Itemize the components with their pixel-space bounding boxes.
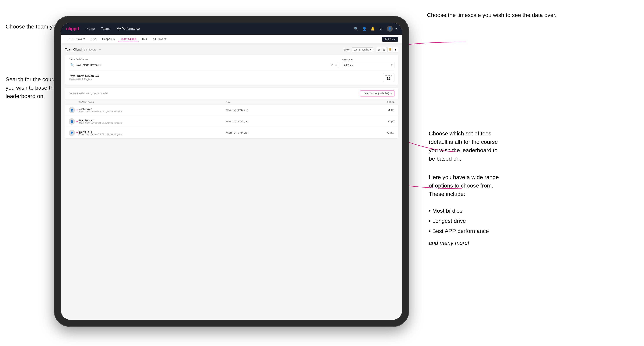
show-filter: Show: Last 3 months ▾ (343, 47, 373, 52)
col-rank (68, 101, 79, 103)
option-birdies: Most birdies (429, 206, 499, 215)
subnav-pga[interactable]: PGA (88, 36, 99, 42)
leaderboard-section: Course Leaderboard, Last 3 months Lowest… (65, 88, 398, 138)
nav-icons: 🔍 👤 🔔 ⊕ 👤 ▾ (353, 26, 397, 32)
annotation-tees: Choose which set of tees(default is all)… (429, 129, 498, 163)
col-player: PLAYER NAME (79, 101, 226, 103)
top-nav: clippd Home Teams My Performance 🔍 👤 🔔 ⊕… (61, 23, 402, 35)
heart-icon[interactable]: ♥ (76, 131, 78, 134)
heart-icon[interactable]: ♥ (76, 120, 78, 123)
annotation-timescale: Choose the timescale you wish to see the… (427, 11, 556, 19)
subnav-all-players[interactable]: All Players (150, 36, 168, 42)
score-value: 72 (E) (374, 120, 394, 123)
player-club: Royal North Devon Golf Club, United King… (79, 110, 226, 113)
chevron-down-icon: ▾ (370, 48, 371, 51)
annotation-search: Search for the courseyou wish to base th… (6, 75, 59, 100)
leaderboard-period: Last 3 months (92, 92, 108, 95)
annotation-options: Here you have a wide rangeof options to … (429, 173, 499, 247)
score-type-dropdown[interactable]: Lowest Score (18 holes) ▾ (360, 91, 394, 96)
nav-links: Home Teams My Performance (85, 26, 349, 31)
avatar: 👤 (68, 118, 75, 125)
list-view-icon[interactable]: ☰ (382, 47, 387, 52)
course-name: Royal North Devon GC (68, 74, 99, 78)
heart-icon[interactable]: ♥ (76, 109, 78, 112)
ipad-device: clippd Home Teams My Performance 🔍 👤 🔔 ⊕… (54, 16, 409, 327)
nav-my-performance[interactable]: My Performance (115, 26, 141, 31)
avatar: 👤 (68, 107, 75, 113)
subnav-team-clippd[interactable]: Team Clippd (118, 36, 138, 42)
player-rank: 👤 ♥ 1 (68, 118, 79, 125)
player-details: David Ford Royal North Devon Golf Club, … (79, 130, 226, 136)
option-app: Best APP performance (429, 227, 499, 235)
star-icon[interactable]: ☆ (335, 63, 337, 67)
select-tee-label: Select Tee (342, 58, 394, 61)
table-row: 👤 ♥ 1 Josh Coles Royal North Devon Golf … (65, 105, 398, 116)
tee-select-field: Select Tee All Tees ▾ (342, 58, 394, 68)
leaderboard-header: Course Leaderboard, Last 3 months Lowest… (65, 88, 398, 99)
score-value: 72 (E) (374, 109, 394, 112)
subnav-hcaps[interactable]: Hcaps 1-5 (100, 36, 118, 42)
table-row: 👤 ♥ 3 David Ford Royal North Devon Golf … (65, 127, 398, 138)
sub-nav: PGAT Players PGA Hcaps 1-5 Team Clippd T… (61, 35, 402, 44)
search-section: Find a Golf Course 🔍 ✕ ☆ Select Tee (65, 55, 398, 85)
player-rank: 👤 ♥ 1 (68, 107, 79, 113)
player-name: Josh Coles (79, 107, 226, 110)
grid-view-icon[interactable]: ⊞ (376, 47, 381, 52)
subnav-tour[interactable]: Tour (139, 36, 150, 42)
and-more: and many more! (429, 239, 499, 247)
score-type-label: Lowest Score (18 holes) (362, 92, 389, 95)
course-search-input[interactable] (76, 63, 330, 66)
edit-icon[interactable]: ✏ (99, 48, 101, 51)
main-content: Team Clippd | 14 Players ✏ Show: Last 3 … (61, 44, 402, 320)
player-name: Blair McHarg (79, 119, 226, 122)
player-details: Blair McHarg Royal North Devon Golf Club… (79, 119, 226, 124)
show-label: Show: (343, 48, 350, 51)
course-info: Royal North Devon GC Westward Ho!, Engla… (68, 74, 99, 81)
option-drive: Longest drive (429, 217, 499, 225)
show-value: Last 3 months (354, 48, 369, 51)
holes-badge: Holes 18 (383, 73, 394, 82)
find-course-label: Find a Golf Course (68, 58, 339, 61)
app-logo: clippd (66, 26, 79, 31)
app-container: clippd Home Teams My Performance 🔍 👤 🔔 ⊕… (61, 23, 402, 320)
leaderboard-column-headers: PLAYER NAME TEE SCORE (65, 99, 398, 105)
score-type-chevron: ▾ (390, 92, 392, 95)
player-rank: 👤 ♥ 3 (68, 130, 79, 136)
settings-icon[interactable]: ⊕ (378, 26, 384, 31)
holes-value: 18 (385, 77, 392, 81)
player-count: | 14 Players (82, 48, 96, 51)
nav-teams[interactable]: Teams (100, 26, 112, 31)
search-row: Find a Golf Course 🔍 ✕ ☆ Select Tee (68, 58, 394, 68)
view-icons: ⊞ ☰ 🏆 ⬇ (376, 47, 398, 52)
tee-select-dropdown[interactable]: All Tees ▾ (342, 62, 394, 68)
golf-course-field: Find a Golf Course 🔍 ✕ ☆ (68, 58, 339, 68)
score-value: 73 (+1) (374, 131, 394, 134)
nav-home[interactable]: Home (85, 26, 96, 31)
bell-icon[interactable]: 🔔 (370, 26, 376, 31)
player-name: David Ford (79, 130, 226, 133)
tee-info: White (M) (6,744 yds) (226, 120, 374, 123)
subnav-pgat[interactable]: PGAT Players (65, 36, 88, 42)
show-dropdown[interactable]: Last 3 months ▾ (352, 47, 373, 52)
team-title: Team Clippd | 14 Players (65, 48, 96, 51)
tee-info: White (M) (6,744 yds) (226, 132, 374, 134)
tee-chevron-icon: ▾ (391, 63, 392, 67)
search-icon[interactable]: 🔍 (353, 26, 359, 31)
trophy-icon[interactable]: 🏆 (388, 47, 392, 52)
course-result: Royal North Devon GC Westward Ho!, Engla… (68, 71, 394, 82)
team-header: Team Clippd | 14 Players ✏ Show: Last 3 … (65, 47, 398, 52)
avatar-chevron: ▾ (396, 27, 397, 30)
leaderboard-title: Course Leaderboard, Last 3 months (68, 92, 108, 95)
user-icon[interactable]: 👤 (362, 26, 367, 31)
avatar[interactable]: 👤 (387, 26, 393, 32)
tee-value: All Tees (344, 64, 353, 67)
clear-icon[interactable]: ✕ (331, 63, 334, 67)
course-search-input-wrap[interactable]: 🔍 ✕ ☆ (68, 62, 339, 68)
player-club: Royal North Devon Golf Club, United King… (79, 122, 226, 124)
player-details: Josh Coles Royal North Devon Golf Club, … (79, 107, 226, 113)
search-icon: 🔍 (70, 63, 74, 67)
avatar: 👤 (68, 130, 75, 136)
add-team-button[interactable]: Add Team (382, 37, 398, 42)
course-location: Westward Ho!, England (68, 78, 99, 81)
download-icon[interactable]: ⬇ (393, 47, 398, 52)
